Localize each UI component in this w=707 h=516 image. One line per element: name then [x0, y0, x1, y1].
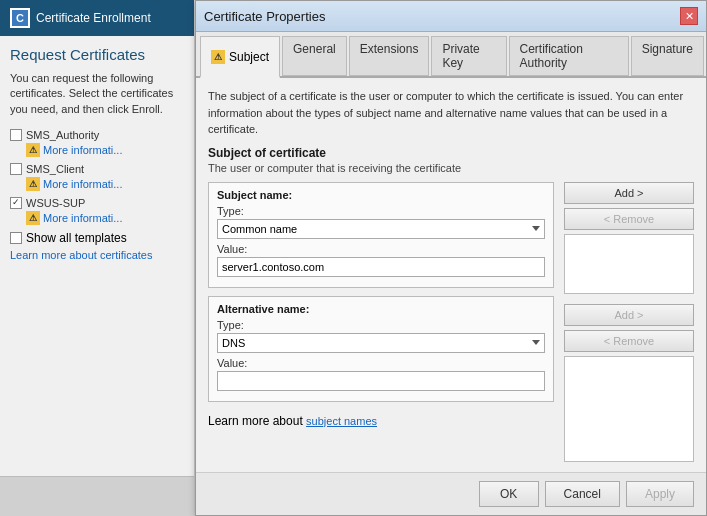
alt-name-group: Alternative name: Type: DNS Email UPN UR…	[208, 296, 554, 402]
dialog-titlebar: Certificate Properties ✕	[196, 1, 706, 32]
tab-general[interactable]: General	[282, 36, 347, 76]
learn-more-link[interactable]: Learn more about certificates	[10, 249, 184, 261]
checkbox-wsus-sup[interactable]	[10, 197, 22, 209]
tab-private-key[interactable]: Private Key	[431, 36, 506, 76]
request-certs-title: Request Certificates	[10, 46, 184, 63]
warn-icon-wsus-sup: ⚠	[26, 211, 40, 225]
tab-bar: ⚠ Subject General Extensions Private Key…	[196, 32, 706, 78]
right-form: Add > < Remove Add > < Remove	[564, 182, 694, 463]
tab-warn-subject: ⚠	[211, 50, 225, 64]
tab-extensions[interactable]: Extensions	[349, 36, 430, 76]
cancel-button[interactable]: Cancel	[545, 481, 620, 507]
alt-type-label: Type:	[217, 319, 545, 331]
checkbox-show-all[interactable]	[10, 232, 22, 244]
left-form: Subject name: Type: Common name Organiza…	[208, 182, 554, 463]
checkbox-sms-client[interactable]	[10, 163, 22, 175]
warn-icon-sms-client: ⚠	[26, 177, 40, 191]
alt-value-label: Value:	[217, 357, 545, 369]
subject-btn-group: Add > < Remove	[564, 182, 694, 230]
dialog-title: Certificate Properties	[204, 9, 325, 24]
apply-button[interactable]: Apply	[626, 481, 694, 507]
alt-remove-button[interactable]: < Remove	[564, 330, 694, 352]
subject-names-link[interactable]: subject names	[306, 415, 377, 427]
alt-add-button[interactable]: Add >	[564, 304, 694, 326]
left-header-title: Certificate Enrollment	[36, 11, 151, 25]
warn-link-sms-client[interactable]: More informati...	[43, 178, 122, 190]
tab-cert-authority[interactable]: Certification Authority	[509, 36, 629, 76]
cert-item-wsus-sup: WSUS-SUP ⚠ More informati...	[10, 197, 184, 225]
subject-name-label: Subject name:	[217, 189, 545, 201]
learn-more-prefix: Learn more about	[208, 414, 303, 428]
left-bottom-bar	[0, 476, 194, 516]
subject-info-text: The subject of a certificate is the user…	[208, 88, 694, 138]
certificate-icon: C	[10, 8, 30, 28]
checkbox-sms-authority[interactable]	[10, 129, 22, 141]
warn-link-sms-authority[interactable]: More informati...	[43, 144, 122, 156]
subject-section-title: Subject of certificate	[208, 146, 694, 160]
left-header: C Certificate Enrollment	[0, 0, 194, 36]
form-area: Subject name: Type: Common name Organiza…	[208, 182, 694, 463]
subject-name-group: Subject name: Type: Common name Organiza…	[208, 182, 554, 288]
cert-item-sms-authority: SMS_Authority ⚠ More informati...	[10, 129, 184, 157]
warn-link-wsus-sup[interactable]: More informati...	[43, 212, 122, 224]
dialog-footer: OK Cancel Apply	[196, 472, 706, 515]
show-all-row: Show all templates	[10, 231, 184, 245]
alt-value-input[interactable]	[217, 371, 545, 391]
left-panel: C Certificate Enrollment Request Certifi…	[0, 0, 195, 516]
alt-type-select[interactable]: DNS Email UPN URL IP address Registered …	[217, 333, 545, 353]
subject-value-label: Value:	[217, 243, 545, 255]
cert-label-wsus-sup: WSUS-SUP	[26, 197, 85, 209]
warn-icon-sms-authority: ⚠	[26, 143, 40, 157]
subject-btn-area: Add > < Remove	[564, 182, 694, 294]
learn-row: Learn more about subject names	[208, 414, 554, 428]
cert-label-sms-client: SMS_Client	[26, 163, 84, 175]
alt-btn-area: Add > < Remove	[564, 304, 694, 463]
alt-name-label: Alternative name:	[217, 303, 545, 315]
cert-item-sms-client: SMS_Client ⚠ More informati...	[10, 163, 184, 191]
tab-subject[interactable]: ⚠ Subject	[200, 36, 280, 78]
ok-button[interactable]: OK	[479, 481, 539, 507]
subject-section-sub: The user or computer that is receiving t…	[208, 162, 694, 174]
subject-values-box	[564, 234, 694, 294]
subject-remove-button[interactable]: < Remove	[564, 208, 694, 230]
left-content: Request Certificates You can request the…	[0, 36, 194, 476]
alt-values-box	[564, 356, 694, 463]
subject-value-input[interactable]	[217, 257, 545, 277]
subject-add-button[interactable]: Add >	[564, 182, 694, 204]
request-certs-desc: You can request the following certificat…	[10, 71, 184, 117]
close-button[interactable]: ✕	[680, 7, 698, 25]
subject-type-select[interactable]: Common name Organization Organizational …	[217, 219, 545, 239]
dialog-content: The subject of a certificate is the user…	[196, 78, 706, 472]
cert-label-sms-authority: SMS_Authority	[26, 129, 99, 141]
tab-signature[interactable]: Signature	[631, 36, 704, 76]
show-all-label: Show all templates	[26, 231, 127, 245]
dialog-certificate-properties: Certificate Properties ✕ ⚠ Subject Gener…	[195, 0, 707, 516]
alt-btn-group: Add > < Remove	[564, 304, 694, 352]
subject-type-label: Type:	[217, 205, 545, 217]
